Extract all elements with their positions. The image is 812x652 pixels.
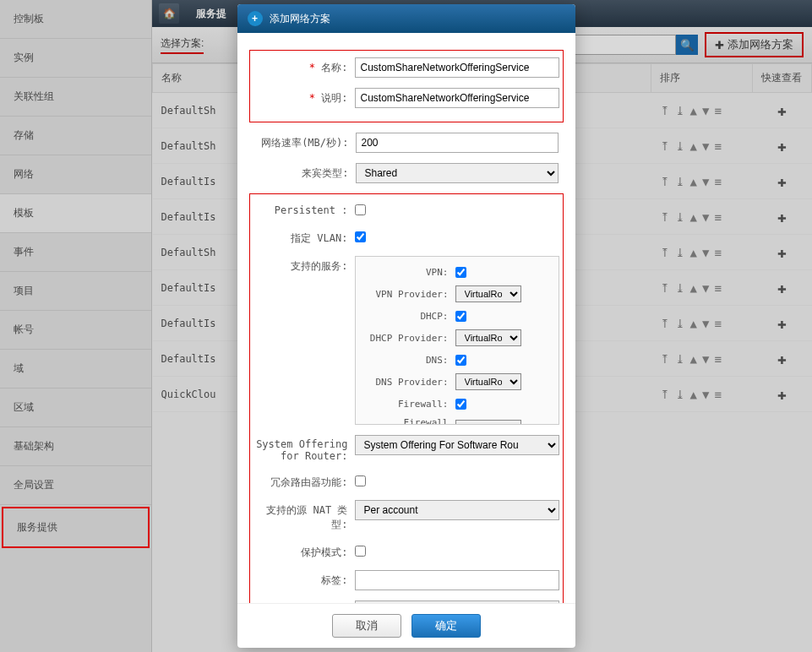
name-input[interactable] — [355, 57, 559, 78]
redundant-router-checkbox[interactable] — [355, 475, 366, 486]
add-offering-dialog: + 添加网络方案 * 名称: * 说明: 网络速率(MB/秒): 来宾类型: — [237, 4, 575, 648]
services-panel: VPN:VPN Provider:VirtualRoDHCP:DHCP Prov… — [355, 256, 559, 425]
modal-overlay: + 添加网络方案 * 名称: * 说明: 网络速率(MB/秒): 来宾类型: — [0, 0, 812, 652]
service-row: Firewall: — [362, 395, 552, 412]
service-provider-select[interactable]: VirtualRo — [455, 285, 521, 302]
service-label: VPN Provider: — [362, 289, 455, 300]
service-checkbox[interactable] — [455, 399, 466, 410]
service-row: DNS: — [362, 351, 552, 368]
service-row: Firewall Provider:VirtualRo — [362, 417, 552, 425]
cancel-button[interactable]: 取消 — [332, 614, 401, 638]
service-label: DHCP: — [362, 311, 455, 322]
service-row: VPN Provider:VirtualRo — [362, 285, 552, 302]
ok-button[interactable]: 确定 — [411, 614, 481, 638]
service-provider-select[interactable]: VirtualRo — [455, 420, 521, 425]
service-row: VPN: — [362, 264, 552, 280]
specify-vlan-checkbox[interactable] — [355, 231, 366, 242]
description-input[interactable] — [355, 88, 559, 108]
dialog-header: + 添加网络方案 — [237, 4, 575, 33]
conserve-mode-checkbox[interactable] — [355, 546, 366, 557]
network-rate-input[interactable] — [356, 133, 559, 153]
service-checkbox[interactable] — [455, 311, 466, 322]
service-checkbox[interactable] — [455, 267, 466, 278]
service-label: DHCP Provider: — [362, 333, 455, 344]
service-label: Firewall: — [362, 399, 455, 410]
guest-type-select[interactable]: Shared — [356, 163, 559, 183]
dialog-title: 添加网络方案 — [270, 12, 330, 26]
service-row: DHCP Provider:VirtualRo — [362, 329, 552, 346]
service-checkbox[interactable] — [455, 355, 466, 366]
plus-circle-icon: + — [248, 11, 263, 26]
service-provider-select[interactable]: VirtualRo — [455, 373, 521, 390]
persistent-checkbox[interactable] — [355, 204, 366, 215]
service-provider-select[interactable]: VirtualRo — [455, 329, 521, 346]
source-nat-select[interactable]: Per account — [355, 500, 559, 520]
service-label: VPN: — [362, 267, 455, 278]
service-label: DNS: — [362, 355, 455, 366]
service-label: Firewall Provider: — [362, 417, 455, 425]
service-row: DNS Provider:VirtualRo — [362, 373, 552, 390]
service-label: DNS Provider: — [362, 377, 455, 388]
service-row: DHCP: — [362, 307, 552, 324]
system-offering-select[interactable]: System Offering For Software Rou — [355, 435, 559, 455]
tags-input[interactable] — [355, 570, 559, 590]
